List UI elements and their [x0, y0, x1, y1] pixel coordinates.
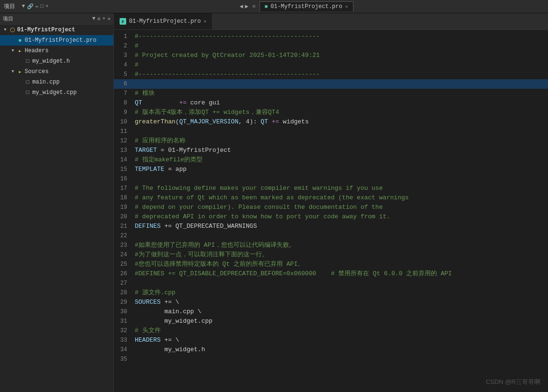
line-content: # The following define makes your compil…: [133, 184, 548, 193]
line-content: #为了做到这一点，可以取消注释下面的这一行。: [133, 250, 548, 260]
code-line: 4#: [114, 60, 548, 70]
nav-forward-icon[interactable]: ▶: [245, 3, 248, 10]
main-cpp-label: main.cpp: [32, 79, 60, 85]
code-line: 20# deprecated API in order to know how …: [114, 212, 548, 222]
editor-tab-pro-name: 01-MyfristProject.pro: [129, 18, 201, 25]
code-line: 5#--------------------------------------…: [114, 70, 548, 79]
sources-label: Sources: [25, 68, 48, 75]
line-number: 20: [114, 212, 133, 222]
add-icon[interactable]: □: [40, 3, 44, 9]
tab-close-icon[interactable]: ✕: [345, 4, 348, 9]
editor-tabs-bar: p 01-MyfristProject.pro ✕: [114, 13, 548, 30]
line-content: # deprecated API in order to know how to…: [133, 212, 548, 222]
line-content: SOURCES += \: [133, 298, 548, 307]
split-icon[interactable]: ⇔: [36, 3, 39, 9]
tree-item-pro-file[interactable]: ▶ ■ 01-MyfristProject.pro: [0, 35, 113, 46]
line-content: # 头文件: [133, 326, 548, 336]
project-menu[interactable]: 项目: [4, 2, 15, 10]
line-number: 21: [114, 222, 133, 231]
tree-item-sources[interactable]: ▼ ▸ Sources: [0, 66, 113, 77]
code-line: 10greaterThan(QT_MAJOR_VERSION, 4): QT +…: [114, 117, 548, 127]
code-line: 13TARGET = 01-MyfristProject: [114, 146, 548, 155]
line-number: 2: [114, 41, 133, 51]
tree-item-my-widget-h[interactable]: ▶ □ my_widget.h: [0, 56, 113, 66]
line-number: 19: [114, 203, 133, 212]
line-number: 12: [114, 136, 133, 146]
line-content: # 指定makefile的类型: [133, 155, 548, 165]
code-line: 32# 头文件: [114, 326, 548, 336]
editor-tab-pro[interactable]: p 01-MyfristProject.pro ✕: [114, 13, 213, 29]
code-line: 1#--------------------------------------…: [114, 32, 548, 41]
sidebar-filter-icon[interactable]: ▼: [93, 16, 96, 22]
sidebar-toolbar-actions: ▼ ⊙ + ✕: [93, 16, 111, 22]
close-title-icon[interactable]: +: [46, 3, 49, 9]
code-line: 19# depend on your compiler). Please con…: [114, 203, 548, 212]
line-number: 5: [114, 70, 133, 79]
code-line: 28# 源文件.cpp: [114, 288, 548, 298]
line-content: my_widget.cpp: [133, 317, 548, 326]
line-number: 8: [114, 98, 133, 108]
line-number: 23: [114, 241, 133, 250]
tree-arrow-root: ▼: [2, 28, 9, 32]
line-content: my_widget.h: [133, 345, 548, 355]
watermark: CSDN @R三哥哥啊: [486, 378, 540, 386]
my-widget-h-label: my_widget.h: [32, 58, 70, 65]
line-number: 7: [114, 89, 133, 98]
editor-tab-title[interactable]: ■ 01-MyfristProject.pro ✕: [260, 1, 353, 11]
filter-icon[interactable]: ▼: [22, 3, 25, 9]
sidebar-locate-icon[interactable]: ⊙: [97, 16, 101, 22]
line-content: #DEFINES += QT_DISABLE_DEPRECATED_BEFORE…: [133, 269, 548, 279]
code-line: 25#您也可以选择禁用特定版本的 Qt 之前的所有已弃用 API。: [114, 260, 548, 269]
nav-back-icon[interactable]: ◀: [240, 3, 243, 10]
line-content: # depend on your compiler). Please consu…: [133, 203, 548, 212]
tab-pro-file-icon: ■: [265, 4, 268, 9]
line-number: 34: [114, 345, 133, 355]
line-content: # Project created by QtCreator 2025-01-1…: [133, 51, 548, 60]
sidebar-add-icon[interactable]: +: [102, 16, 106, 22]
line-number: 25: [114, 260, 133, 269]
line-number: 9: [114, 108, 133, 117]
code-line: 17# The following define makes your comp…: [114, 184, 548, 193]
code-line: 27: [114, 279, 548, 288]
line-number: 10: [114, 117, 133, 127]
line-content: #您也可以选择禁用特定版本的 Qt 之前的所有已弃用 API。: [133, 260, 548, 269]
line-number: 26: [114, 269, 133, 279]
sidebar-close-icon[interactable]: ✕: [107, 16, 111, 22]
line-content: # 应用程序的名称: [133, 136, 548, 146]
code-line: 7# 模块: [114, 89, 548, 98]
tree-item-my-widget-cpp[interactable]: ▶ □ my_widget.cpp: [0, 87, 113, 98]
title-bar-left: 项目 ▼ 🔗 ⇔ □ +: [4, 2, 48, 10]
link-icon[interactable]: 🔗: [27, 3, 34, 9]
code-line: 29SOURCES += \: [114, 298, 548, 307]
line-content: DEFINES += QT_DEPRECATED_WARNINGS: [133, 222, 548, 231]
code-line: 22: [114, 231, 548, 241]
editor-tab-pro-icon: p: [120, 18, 126, 25]
line-number: 15: [114, 165, 133, 174]
code-editor[interactable]: 1#--------------------------------------…: [114, 30, 548, 392]
title-bar-tabs: ◀ ▶ ■ ■ 01-MyfristProject.pro ✕: [240, 1, 353, 11]
sidebar-toolbar-label: 项目: [3, 15, 13, 22]
line-number: 17: [114, 184, 133, 193]
line-number: 22: [114, 231, 133, 241]
tree-item-headers[interactable]: ▼ ▸ Headers: [0, 46, 113, 56]
code-line: 26#DEFINES += QT_DISABLE_DEPRECATED_BEFO…: [114, 269, 548, 279]
code-line: 23#如果您使用了已弃用的 API，您也可以让代码编译失败。: [114, 241, 548, 250]
code-line: 33HEADERS += \: [114, 336, 548, 345]
code-line: 8QT += core gui: [114, 98, 548, 108]
pro-file-icon: ■: [16, 38, 24, 43]
code-line: 15TEMPLATE = app: [114, 165, 548, 174]
line-content: #: [133, 41, 548, 51]
line-number: 30: [114, 307, 133, 317]
tree-item-main-cpp[interactable]: ▶ □ main.cpp: [0, 77, 113, 87]
code-line: 12# 应用程序的名称: [114, 136, 548, 146]
tree-arrow-sources: ▼: [9, 69, 16, 74]
tree-item-project-root[interactable]: ▼ ⬡ 01-MyfristProject: [0, 25, 113, 35]
code-line: 30 main.cpp \: [114, 307, 548, 317]
code-line: 34 my_widget.h: [114, 345, 548, 355]
line-content: # 版本高于4版本，添加QT += widgets，兼容QT4: [133, 108, 548, 117]
line-number: 3: [114, 51, 133, 60]
line-content: TEMPLATE = app: [133, 165, 548, 174]
editor-tab-close-icon[interactable]: ✕: [204, 19, 206, 24]
nav-stop-icon[interactable]: ■: [252, 3, 255, 10]
code-line: 35: [114, 355, 548, 364]
